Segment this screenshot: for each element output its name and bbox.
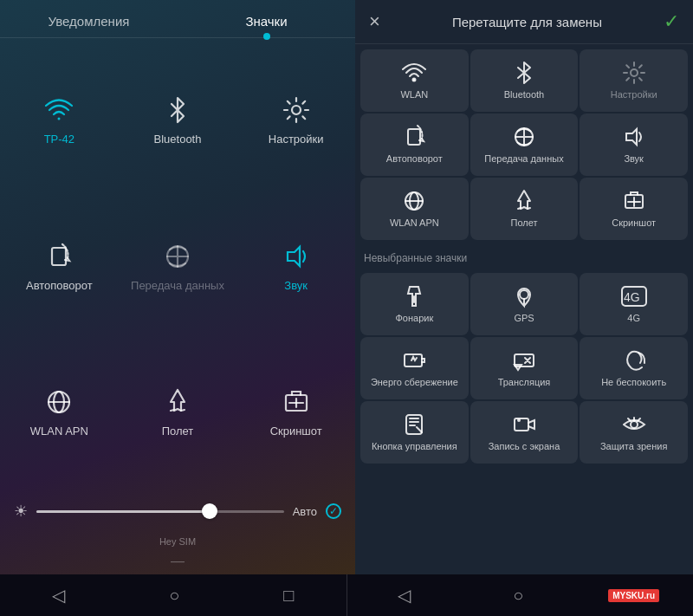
battery-save-icon — [401, 347, 427, 373]
left-wlanapn-label: WLAN APN — [30, 425, 88, 438]
right-scroll-area[interactable]: WLAN Bluetooth Настройки — [355, 44, 693, 574]
right-autorotate-label: Автоповорот — [386, 153, 443, 165]
screen-record-icon — [511, 412, 537, 438]
left-icon-settings[interactable]: Настройки — [236, 47, 355, 192]
right-icon-battery-save[interactable]: Энерго сбережение — [360, 337, 469, 399]
done-button[interactable]: ✓ — [664, 10, 679, 33]
right-dnd-label: Не беспокоить — [601, 377, 666, 388]
left-wifi-label: TP-42 — [44, 133, 74, 146]
right-icon-cast[interactable]: Трансляция — [470, 337, 579, 399]
svg-marker-3 — [288, 247, 300, 266]
brightness-fill — [36, 510, 210, 513]
svg-point-9 — [413, 79, 416, 81]
right-icon-wlanapn[interactable]: WLAN APN — [360, 178, 469, 240]
svg-text:4G: 4G — [624, 290, 640, 304]
left-icon-airplane[interactable]: Полет — [119, 339, 237, 484]
back-button[interactable]: ◁ — [35, 578, 82, 613]
gps-icon — [511, 283, 537, 309]
mysku-watermark: MYSKU.ru — [608, 589, 659, 602]
right-airplane-icon — [511, 188, 537, 214]
right-icon-dnd[interactable]: Не беспокоить — [580, 337, 688, 399]
left-icon-sound[interactable]: Звук — [236, 192, 355, 338]
brightness-thumb[interactable] — [202, 503, 217, 519]
sim-label: Hey SIM — [0, 529, 355, 550]
svg-point-27 — [517, 418, 521, 422]
left-icon-wlanapn[interactable]: WLAN APN — [0, 339, 119, 484]
flashlight-icon — [401, 283, 427, 309]
bottom-nav-left: ◁ ○ □ — [0, 578, 346, 613]
right-airplane-label: Полет — [510, 217, 537, 229]
right-battery-label: Энерго сбережение — [371, 377, 458, 388]
wifi-icon — [42, 93, 76, 127]
left-icon-datatransfer[interactable]: Передача данных — [119, 192, 237, 338]
selected-icons-grid: WLAN Bluetooth Настройки — [355, 44, 693, 245]
svg-rect-11 — [408, 129, 420, 145]
brightness-slider[interactable] — [36, 510, 284, 513]
right-screenshot-icon — [621, 188, 647, 214]
svg-rect-1 — [52, 248, 66, 265]
tab-icons[interactable]: Значки — [178, 10, 355, 32]
left-sound-label: Звук — [284, 279, 308, 293]
right-wlanapn-icon — [401, 188, 427, 214]
right-icon-screen-record[interactable]: Запись с экрана — [470, 401, 579, 464]
right-icon-wlan[interactable]: WLAN — [360, 49, 469, 112]
autorotate-icon — [42, 239, 76, 274]
tab-notifications[interactable]: Уведомления — [0, 10, 178, 32]
back-button-right[interactable]: ◁ — [380, 578, 428, 613]
right-icon-assistive[interactable]: Кнопка управления — [360, 401, 469, 464]
right-icon-flashlight[interactable]: Фонарик — [360, 273, 469, 335]
right-settings-icon — [621, 60, 647, 86]
airplane-icon — [160, 385, 195, 419]
svg-point-0 — [292, 106, 301, 114]
close-button[interactable]: × — [369, 10, 380, 33]
right-sound-icon — [621, 124, 647, 150]
left-icon-autorotate[interactable]: Автоповорот — [0, 192, 119, 338]
right-panel: × Перетащите для замены ✓ WLAN — [355, 0, 693, 574]
right-settings-label: Настройки — [611, 89, 657, 101]
auto-label: Авто — [293, 505, 317, 518]
right-datatransfer-icon — [511, 124, 537, 150]
auto-checkbox[interactable]: ✓ — [326, 503, 341, 519]
left-autorotate-label: Автоповорот — [26, 279, 93, 293]
left-panel: Уведомления Значки TP-42 — [0, 0, 355, 574]
right-icon-sound[interactable]: Звук — [580, 113, 688, 176]
svg-rect-26 — [515, 418, 528, 431]
right-bluetooth-label: Bluetooth — [504, 89, 544, 101]
left-icon-screenshot[interactable]: Скриншот — [236, 339, 355, 484]
left-tabs: Уведомления Значки — [0, 0, 355, 38]
right-wlan-label: WLAN — [400, 89, 428, 101]
right-flashlight-label: Фонарик — [395, 313, 433, 324]
bluetooth-icon — [160, 93, 195, 127]
right-header: × Перетащите для замены ✓ — [355, 0, 693, 44]
right-icon-4g[interactable]: 4G 4G — [580, 273, 688, 335]
eye-protect-icon — [621, 412, 647, 438]
left-bluetooth-label: Bluetooth — [154, 133, 202, 146]
svg-point-10 — [631, 69, 638, 76]
home-button-right[interactable]: ○ — [495, 579, 541, 613]
wlanapn-icon — [42, 385, 76, 419]
right-icon-settings[interactable]: Настройки — [580, 49, 688, 112]
right-assistive-label: Кнопка управления — [372, 441, 457, 452]
right-icon-gps[interactable]: GPS — [470, 273, 579, 335]
right-panel-title: Перетащите для замены — [391, 15, 664, 29]
right-icon-bluetooth[interactable]: Bluetooth — [470, 49, 579, 112]
bottom-nav-right: ◁ ○ MYSKU.ru — [347, 578, 694, 613]
left-icon-wifi[interactable]: TP-42 — [0, 47, 119, 192]
wlan-icon — [401, 60, 427, 86]
right-icon-eye-protect[interactable]: Защита зрения — [580, 401, 688, 464]
left-icon-bluetooth[interactable]: Bluetooth — [119, 47, 237, 192]
right-icon-airplane[interactable]: Полет — [470, 178, 579, 240]
right-bluetooth-icon — [511, 60, 537, 86]
right-4g-label: 4G — [627, 313, 640, 324]
right-screenshot-label: Скриншот — [612, 217, 656, 229]
right-eye-protect-label: Защита зрения — [600, 441, 668, 452]
right-icon-datatransfer[interactable]: Передача данных — [470, 113, 579, 176]
right-sound-label: Звук — [624, 153, 644, 165]
right-icon-autorotate[interactable]: Автоповорот — [360, 113, 469, 176]
tab-active-indicator — [263, 33, 270, 40]
left-datatransfer-label: Передача данных — [131, 279, 224, 293]
recent-button[interactable]: □ — [266, 579, 311, 613]
right-icon-screenshot[interactable]: Скриншот — [580, 178, 688, 240]
right-wlanapn-label: WLAN APN — [390, 217, 439, 229]
home-button[interactable]: ○ — [152, 579, 197, 613]
